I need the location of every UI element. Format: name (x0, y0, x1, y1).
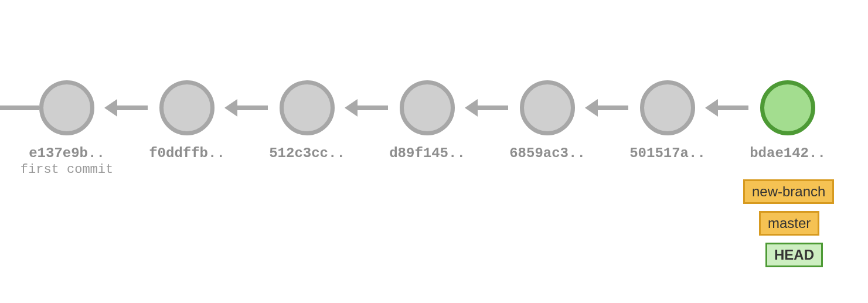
branch-tag-new-branch: new-branch (743, 179, 834, 204)
hash-text: d89f145.. (389, 145, 465, 161)
commit-hash: 501517a.. (609, 145, 726, 161)
hash-text: 501517a.. (629, 145, 706, 161)
parent-arrow (114, 105, 148, 110)
hash-text: 512c3cc.. (269, 145, 345, 161)
git-graph: e137e9b.. first commit f0ddffb.. 512c3cc… (0, 0, 868, 303)
head-tag: HEAD (765, 243, 823, 267)
commit-node (159, 80, 215, 135)
branch-tag-master: master (759, 211, 819, 236)
parent-arrow (354, 105, 388, 110)
commit-node (520, 80, 575, 135)
commit-node (640, 80, 695, 135)
tag-label: HEAD (774, 247, 814, 263)
commit-message: first commit (8, 162, 125, 177)
parent-arrow (234, 105, 268, 110)
commit-node (280, 80, 335, 135)
commit-node-head (760, 80, 815, 135)
hash-text: 6859ac3.. (509, 145, 586, 161)
commit-hash: f0ddffb.. (128, 145, 246, 161)
tag-label: master (768, 215, 811, 231)
commit-node (400, 80, 455, 135)
commit-hash: bdae142.. (729, 145, 846, 161)
edge-line (0, 105, 39, 110)
commit-node (39, 80, 94, 135)
parent-arrow (594, 105, 628, 110)
hash-text: e137e9b.. (29, 145, 105, 161)
tag-label: new-branch (752, 183, 825, 199)
commit-hash: 512c3cc.. (249, 145, 366, 161)
parent-arrow (714, 105, 748, 110)
hash-text: f0ddffb.. (149, 145, 225, 161)
commit-hash: 6859ac3.. (489, 145, 606, 161)
parent-arrow (474, 105, 508, 110)
hash-text: bdae142.. (750, 145, 826, 161)
commit-hash: e137e9b.. first commit (8, 145, 125, 177)
commit-hash: d89f145.. (369, 145, 486, 161)
